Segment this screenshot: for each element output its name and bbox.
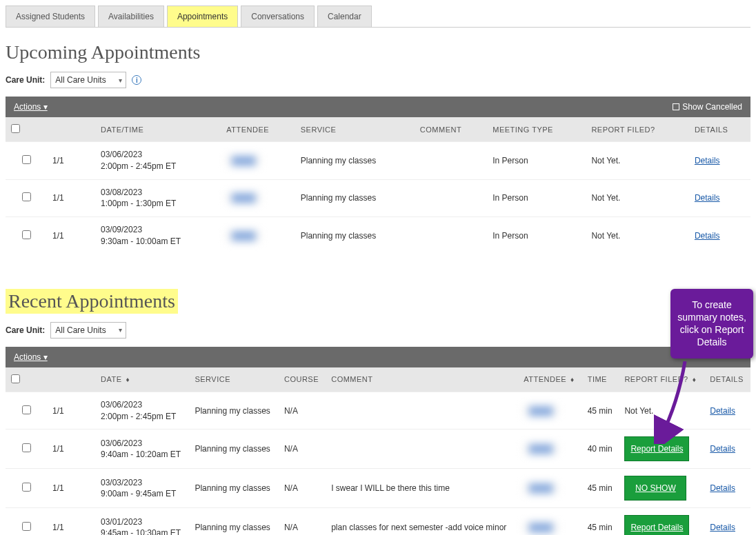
meeting-cell: In Person xyxy=(487,179,586,217)
service-cell: Planning my classes xyxy=(295,142,415,180)
col-meeting-type: MEETING TYPE xyxy=(487,117,586,142)
col-details: DETAILS xyxy=(689,117,750,142)
row-checkbox[interactable] xyxy=(22,155,31,164)
comment-cell xyxy=(415,142,487,180)
duration-cell: 40 min xyxy=(582,430,619,469)
service-cell: Planning my classes xyxy=(189,392,279,430)
datetime-cell: 03/09/20239:30am - 10:00am ET xyxy=(95,217,221,254)
count-cell: 1/1 xyxy=(47,179,95,217)
row-checkbox[interactable] xyxy=(22,483,31,492)
count-cell: 1/1 xyxy=(47,392,95,430)
info-icon[interactable]: i xyxy=(132,75,141,85)
col-time: TIME xyxy=(582,367,619,392)
table-row: 1/103/09/20239:30am - 10:00am ET████Plan… xyxy=(6,217,750,254)
table-row: 1/103/08/20231:00pm - 1:30pm ET████Plann… xyxy=(6,179,750,217)
comment-cell xyxy=(415,217,487,254)
details-link[interactable]: Details xyxy=(695,193,720,203)
details-link[interactable]: Details xyxy=(710,483,735,493)
service-cell: Planning my classes xyxy=(189,508,279,535)
row-checkbox[interactable] xyxy=(22,405,31,414)
comment-cell: plan classes for next semester -add voic… xyxy=(326,508,518,535)
row-checkbox[interactable] xyxy=(22,230,31,239)
count-cell: 1/1 xyxy=(47,142,95,180)
service-cell: Planning my classes xyxy=(295,179,415,217)
col-details-r: DETAILS xyxy=(704,367,750,392)
table-row: 1/103/03/20239:00am - 9:45am ETPlanning … xyxy=(6,469,750,508)
meeting-cell: In Person xyxy=(487,142,586,180)
sort-icon: ♦ xyxy=(126,376,130,383)
col-datetime: DATE/TIME xyxy=(95,117,221,142)
show-cancelled-toggle[interactable]: Show Cancelled xyxy=(673,102,742,112)
select-all-checkbox-recent[interactable] xyxy=(11,374,20,383)
select-all-checkbox[interactable] xyxy=(11,124,20,133)
comment-cell xyxy=(326,392,518,430)
upcoming-title: Upcoming Appointments xyxy=(6,41,750,63)
meeting-cell: In Person xyxy=(487,217,586,254)
service-cell: Planning my classes xyxy=(295,217,415,254)
sort-icon: ♦ xyxy=(570,376,575,383)
details-link[interactable]: Details xyxy=(695,156,720,165)
table-row: 1/103/06/20239:40am - 10:20am ETPlanning… xyxy=(6,430,750,469)
recent-table: DATE♦ SERVICE COURSE COMMENT ATTENDEE♦ T… xyxy=(6,367,750,535)
report-cell: Not Yet. xyxy=(586,179,689,217)
col-comment-r: COMMENT xyxy=(326,367,518,392)
col-course: COURSE xyxy=(279,367,326,392)
col-comment: COMMENT xyxy=(415,117,487,142)
row-checkbox[interactable] xyxy=(22,192,31,201)
col-attendee-r[interactable]: ATTENDEE♦ xyxy=(518,367,581,392)
care-unit-label: Care Unit: xyxy=(6,75,45,85)
attendee-cell: ████ xyxy=(221,179,295,217)
duration-cell: 45 min xyxy=(582,508,619,535)
comment-cell xyxy=(326,430,518,469)
col-attendee: ATTENDEE xyxy=(221,117,295,142)
attendee-cell: ████ xyxy=(221,217,295,254)
care-unit-select-recent[interactable]: All Care Units xyxy=(50,322,126,339)
tabs-bar: Assigned Students Availabilities Appoint… xyxy=(6,6,750,28)
row-checkbox[interactable] xyxy=(22,522,31,531)
attendee-cell: ████ xyxy=(518,469,581,508)
details-link[interactable]: Details xyxy=(710,406,735,416)
care-unit-select[interactable]: All Care Units xyxy=(50,72,126,88)
date-cell: 03/03/20239:00am - 9:45am ET xyxy=(95,469,189,508)
service-cell: Planning my classes xyxy=(189,469,279,508)
service-cell: Planning my classes xyxy=(189,430,279,469)
row-checkbox[interactable] xyxy=(22,443,31,452)
count-cell: 1/1 xyxy=(47,469,95,508)
datetime-cell: 03/06/20232:00pm - 2:45pm ET xyxy=(95,142,221,180)
tab-assigned-students[interactable]: Assigned Students xyxy=(6,6,95,27)
table-row: 1/103/06/20232:00pm - 2:45pm ET████Plann… xyxy=(6,142,750,180)
no-show-button[interactable]: NO SHOW xyxy=(624,476,686,501)
show-cancelled-label: Show Cancelled xyxy=(682,102,742,112)
datetime-cell: 03/08/20231:00pm - 1:30pm ET xyxy=(95,179,221,217)
col-service-r: SERVICE xyxy=(189,367,279,392)
upcoming-actionbar: Actions ▾ Show Cancelled xyxy=(6,97,750,117)
report-cell: Not Yet. xyxy=(586,217,689,254)
tab-conversations[interactable]: Conversations xyxy=(241,6,315,27)
count-cell: 1/1 xyxy=(47,430,95,469)
table-row: 1/103/06/20232:00pm - 2:45pm ETPlanning … xyxy=(6,392,750,430)
care-unit-label-recent: Care Unit: xyxy=(6,325,45,335)
details-link[interactable]: Details xyxy=(710,444,735,454)
table-row: 1/103/01/20239:45am - 10:30am ETPlanning… xyxy=(6,508,750,535)
attendee-cell: ████ xyxy=(221,142,295,180)
count-cell: 1/1 xyxy=(47,217,95,254)
report-filed-cell: NO SHOW xyxy=(619,469,704,508)
report-details-button[interactable]: Report Details xyxy=(624,515,689,535)
tab-calendar[interactable]: Calendar xyxy=(317,6,372,27)
actions-menu-recent[interactable]: Actions ▾ xyxy=(14,352,48,362)
tab-appointments[interactable]: Appointments xyxy=(167,6,238,27)
report-cell: Not Yet. xyxy=(586,142,689,180)
comment-cell: I swear I WILL be there this time xyxy=(326,469,518,508)
date-cell: 03/06/20239:40am - 10:20am ET xyxy=(95,430,189,469)
checkbox-icon xyxy=(673,103,679,110)
recent-title: Recent Appointments xyxy=(6,289,178,314)
tab-availabilities[interactable]: Availabilities xyxy=(98,6,164,27)
col-service: SERVICE xyxy=(295,117,415,142)
col-date[interactable]: DATE♦ xyxy=(95,367,189,392)
course-cell: N/A xyxy=(279,508,326,535)
report-filed-cell: Report Details xyxy=(619,508,704,535)
actions-menu[interactable]: Actions ▾ xyxy=(14,102,48,112)
details-link[interactable]: Details xyxy=(695,231,720,241)
instruction-callout: To create summary notes, click on Report… xyxy=(670,289,753,359)
details-link[interactable]: Details xyxy=(710,523,735,532)
